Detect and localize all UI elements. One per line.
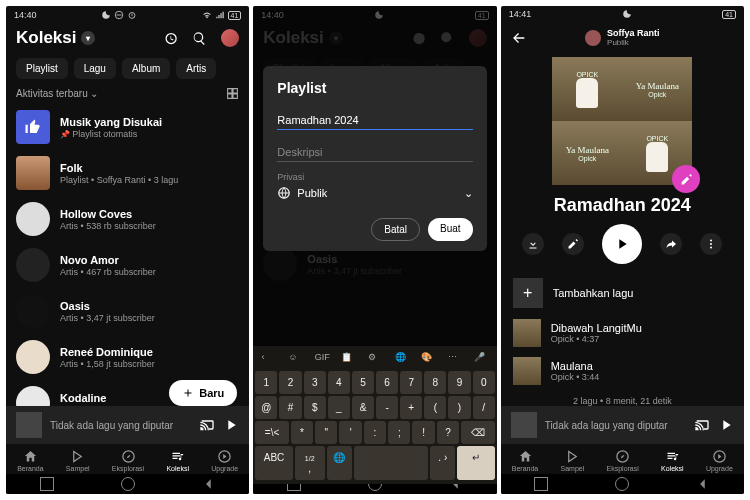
tab-album[interactable]: Album <box>122 58 170 79</box>
abc-key[interactable]: ABC <box>255 446 292 480</box>
play-button[interactable] <box>602 224 642 264</box>
cast-icon[interactable] <box>694 417 710 433</box>
nav-upgrade[interactable]: Upgrade <box>211 449 238 472</box>
list-item[interactable]: Novo AmorArtis • 467 rb subscriber <box>16 242 239 288</box>
keyboard[interactable]: ‹ ☺ GIF 📋 ⚙ 🌐 🎨 ⋯ 🎤 1234567890 @#$_&-+()… <box>253 346 496 484</box>
backspace-key[interactable]: ⌫ <box>461 421 495 444</box>
back-button[interactable] <box>202 477 216 491</box>
nav-sampel[interactable]: Sampel <box>561 449 585 472</box>
tab-playlist[interactable]: Playlist <box>16 58 68 79</box>
playlist-owner[interactable]: Soffya RantiPublik <box>585 28 660 47</box>
mini-player[interactable]: Tidak ada lagu yang diputar <box>501 406 744 444</box>
playlist-title: Ramadhan 2024 <box>501 195 744 216</box>
keyboard-toolbar: ‹ ☺ GIF 📋 ⚙ 🌐 🎨 ⋯ 🎤 <box>255 349 494 369</box>
artist-thumb <box>16 248 50 282</box>
edit-button[interactable] <box>562 233 584 255</box>
share-button[interactable] <box>660 233 682 255</box>
system-nav <box>501 474 744 494</box>
list-item[interactable]: Musik yang Disukai📌 Playlist otomatis <box>16 104 239 150</box>
bottom-nav: Beranda Sampel Eksplorasi Koleksi Upgrad… <box>501 444 744 474</box>
more-vert-icon <box>705 238 717 250</box>
cast-icon[interactable] <box>199 417 215 433</box>
playlist-meta: 2 lagu • 8 menit, 21 detik <box>513 396 732 406</box>
lang-key[interactable]: 🌐 <box>327 446 352 480</box>
artist-thumb <box>16 294 50 328</box>
translate-icon[interactable]: 🌐 <box>395 352 409 366</box>
track-row[interactable]: Dibawah LangitMuOpick • 4:37 <box>513 314 732 352</box>
space-key[interactable] <box>354 446 429 480</box>
sticker-icon[interactable]: ☺ <box>288 352 302 366</box>
nav-beranda[interactable]: Beranda <box>512 449 538 472</box>
enter-key[interactable]: ↵ <box>457 446 494 480</box>
home-button[interactable] <box>615 477 629 491</box>
search-icon[interactable] <box>192 31 207 46</box>
avatar[interactable] <box>221 29 239 47</box>
back-arrow-icon[interactable] <box>511 30 527 46</box>
nav-beranda[interactable]: Beranda <box>17 449 43 472</box>
list-item[interactable]: FolkPlaylist • Soffya Ranti • 3 lagu <box>16 150 239 196</box>
new-playlist-fab[interactable]: Baru <box>169 380 237 406</box>
more-button[interactable] <box>700 233 722 255</box>
battery-level: 41 <box>228 11 242 20</box>
play-icon[interactable] <box>718 417 734 433</box>
filter-tabs: Playlist Lagu Album Artis <box>6 52 249 85</box>
edit-cover-fab[interactable] <box>672 165 700 193</box>
key[interactable]: 1 <box>255 371 277 394</box>
comma-key[interactable]: 1/2, <box>295 446 325 480</box>
play-icon[interactable] <box>223 417 239 433</box>
playlist-name-input[interactable]: Ramadhan 2024 <box>277 108 472 130</box>
miniplayer-thumb <box>511 412 537 438</box>
tab-lagu[interactable]: Lagu <box>74 58 116 79</box>
cancel-button[interactable]: Batal <box>371 218 420 241</box>
nav-upgrade[interactable]: Upgrade <box>706 449 733 472</box>
nav-left-icon[interactable]: ‹ <box>262 352 276 366</box>
recent-apps-button[interactable] <box>40 477 54 491</box>
symbols-key[interactable]: =\< <box>255 421 289 444</box>
history-icon[interactable] <box>163 31 178 46</box>
status-time: 14:40 <box>14 10 37 20</box>
nav-eksplorasi[interactable]: Eksplorasi <box>112 449 144 472</box>
mic-icon[interactable]: 🎤 <box>474 352 488 366</box>
settings-icon[interactable]: ⚙ <box>368 352 382 366</box>
header: Soffya RantiPublik <box>501 22 744 53</box>
add-track-row[interactable]: + Tambahkan lagu <box>513 272 732 314</box>
download-icon <box>527 238 539 250</box>
plus-icon: + <box>513 278 543 308</box>
screen-create-dialog: 14:40 41 Koleksi▾ PlaylistLaguAlbumArtis… <box>253 6 496 494</box>
more-icon[interactable]: ⋯ <box>448 352 462 366</box>
nav-koleksi[interactable]: Koleksi <box>166 449 189 472</box>
grid-view-icon[interactable] <box>226 87 239 100</box>
list-item[interactable]: OasisArtis • 3,47 jt subscriber <box>16 288 239 334</box>
playlist-cover: OPICK Ya MaulanaOpick Ya MaulanaOpick OP… <box>552 57 692 185</box>
sort-row[interactable]: Aktivitas terbaru ⌄ <box>6 85 249 104</box>
chevron-down-icon: ⌄ <box>90 88 98 99</box>
list-item[interactable]: Reneé DominiqueArtis • 1,58 jt subscribe… <box>16 334 239 380</box>
gif-icon[interactable]: GIF <box>315 352 329 366</box>
list-item[interactable]: Hollow CovesArtis • 538 rb subscriber <box>16 196 239 242</box>
header: Koleksi ▾ <box>6 24 249 52</box>
back-button[interactable] <box>696 477 710 491</box>
page-title[interactable]: Koleksi ▾ <box>16 28 95 48</box>
track-list: + Tambahkan lagu Dibawah LangitMuOpick •… <box>501 272 744 406</box>
owner-avatar <box>585 30 601 46</box>
nav-eksplorasi[interactable]: Eksplorasi <box>607 449 639 472</box>
track-row[interactable]: MaulanaOpick • 3:44 <box>513 352 732 390</box>
mini-player[interactable]: Tidak ada lagu yang diputar <box>6 406 249 444</box>
download-button[interactable] <box>522 233 544 255</box>
home-button[interactable] <box>121 477 135 491</box>
palette-icon[interactable]: 🎨 <box>421 352 435 366</box>
recent-apps-button[interactable] <box>534 477 548 491</box>
playlist-actions <box>501 224 744 264</box>
plus-icon <box>182 387 194 399</box>
tab-artis[interactable]: Artis <box>176 58 216 79</box>
privacy-label: Privasi <box>277 172 472 182</box>
nav-sampel[interactable]: Sampel <box>66 449 90 472</box>
period-key[interactable]: . › <box>430 446 455 480</box>
create-button[interactable]: Buat <box>428 218 473 241</box>
privacy-selector[interactable]: Publik ⌄ <box>277 186 472 204</box>
create-playlist-dialog: Playlist Ramadhan 2024 Deskripsi Privasi… <box>263 66 486 251</box>
nav-koleksi[interactable]: Koleksi <box>661 449 684 472</box>
pencil-icon <box>567 238 579 250</box>
playlist-desc-input[interactable]: Deskripsi <box>277 140 472 162</box>
clipboard-icon[interactable]: 📋 <box>341 352 355 366</box>
